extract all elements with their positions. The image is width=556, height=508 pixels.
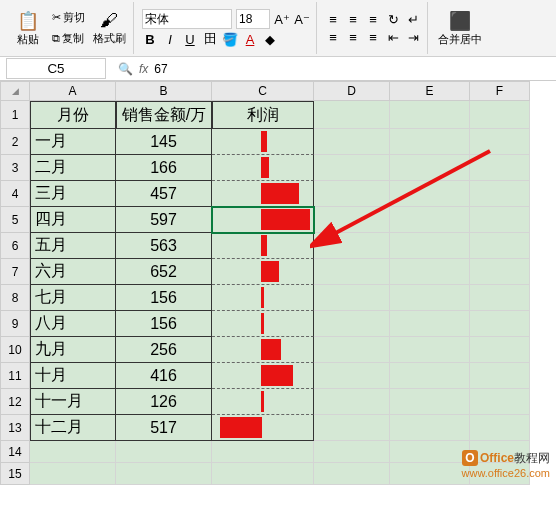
- cell[interactable]: 销售金额/万: [116, 101, 212, 129]
- row-header-4[interactable]: 4: [0, 181, 30, 207]
- cell[interactable]: [212, 181, 314, 207]
- wrap-text-icon[interactable]: ↵: [405, 11, 421, 27]
- cell[interactable]: [470, 101, 530, 129]
- underline-icon[interactable]: U: [182, 31, 198, 47]
- cell[interactable]: [212, 129, 314, 155]
- cell[interactable]: [390, 259, 470, 285]
- border-icon[interactable]: 田: [202, 31, 218, 47]
- cell[interactable]: 利润: [212, 101, 314, 129]
- row-header-9[interactable]: 9: [0, 311, 30, 337]
- row-header-3[interactable]: 3: [0, 155, 30, 181]
- cell[interactable]: [314, 441, 390, 463]
- row-header-12[interactable]: 12: [0, 389, 30, 415]
- row-header-2[interactable]: 2: [0, 129, 30, 155]
- cell[interactable]: [212, 389, 314, 415]
- cell[interactable]: [212, 285, 314, 311]
- row-header-11[interactable]: 11: [0, 363, 30, 389]
- cell[interactable]: 156: [116, 311, 212, 337]
- cell[interactable]: [212, 463, 314, 485]
- cell[interactable]: [314, 415, 390, 441]
- cell[interactable]: [314, 181, 390, 207]
- cell[interactable]: [116, 441, 212, 463]
- cell[interactable]: 145: [116, 129, 212, 155]
- cell[interactable]: 五月: [30, 233, 116, 259]
- col-header-F[interactable]: F: [470, 81, 530, 101]
- cell[interactable]: [390, 181, 470, 207]
- align-right-icon[interactable]: ≡: [365, 29, 381, 45]
- row-header-14[interactable]: 14: [0, 441, 30, 463]
- col-header-E[interactable]: E: [390, 81, 470, 101]
- cell[interactable]: [314, 463, 390, 485]
- cell[interactable]: [390, 233, 470, 259]
- cell[interactable]: [116, 463, 212, 485]
- cell[interactable]: [314, 363, 390, 389]
- cell[interactable]: [314, 101, 390, 129]
- cell[interactable]: 563: [116, 233, 212, 259]
- cell[interactable]: 256: [116, 337, 212, 363]
- cell[interactable]: [212, 233, 314, 259]
- cell[interactable]: 四月: [30, 207, 116, 233]
- cell[interactable]: [314, 233, 390, 259]
- cell[interactable]: [314, 337, 390, 363]
- cell[interactable]: [212, 155, 314, 181]
- cell[interactable]: 126: [116, 389, 212, 415]
- cell[interactable]: 十二月: [30, 415, 116, 441]
- cell[interactable]: [390, 285, 470, 311]
- fill-color-icon[interactable]: 🪣: [222, 31, 238, 47]
- cell[interactable]: [390, 129, 470, 155]
- increase-font-icon[interactable]: A⁺: [274, 11, 290, 27]
- cell[interactable]: [390, 311, 470, 337]
- cell[interactable]: [390, 337, 470, 363]
- row-header-5[interactable]: 5: [0, 207, 30, 233]
- cell[interactable]: [390, 463, 470, 485]
- cut-button[interactable]: ✂剪切: [48, 8, 89, 27]
- cell[interactable]: [470, 155, 530, 181]
- cell[interactable]: [470, 259, 530, 285]
- fx-icon[interactable]: fx: [139, 62, 148, 76]
- cell[interactable]: [470, 285, 530, 311]
- row-header-13[interactable]: 13: [0, 415, 30, 441]
- font-color-icon[interactable]: A: [242, 31, 258, 47]
- cell[interactable]: 597: [116, 207, 212, 233]
- align-middle-icon[interactable]: ≡: [345, 11, 361, 27]
- decrease-font-icon[interactable]: A⁻: [294, 11, 310, 27]
- cell[interactable]: 一月: [30, 129, 116, 155]
- col-header-C[interactable]: C: [212, 81, 314, 101]
- row-header-6[interactable]: 6: [0, 233, 30, 259]
- cell[interactable]: 517: [116, 415, 212, 441]
- search-icon[interactable]: 🔍: [118, 62, 133, 76]
- cell[interactable]: [470, 311, 530, 337]
- cell[interactable]: [390, 441, 470, 463]
- row-header-10[interactable]: 10: [0, 337, 30, 363]
- cell[interactable]: [470, 129, 530, 155]
- font-size-combo[interactable]: [236, 9, 270, 29]
- cell[interactable]: [314, 285, 390, 311]
- col-header-B[interactable]: B: [116, 81, 212, 101]
- name-box[interactable]: [6, 58, 106, 79]
- cell[interactable]: 九月: [30, 337, 116, 363]
- orientation-icon[interactable]: ↻: [385, 11, 401, 27]
- cell[interactable]: [314, 155, 390, 181]
- row-header-8[interactable]: 8: [0, 285, 30, 311]
- row-header-1[interactable]: 1: [0, 101, 30, 129]
- cell[interactable]: [314, 389, 390, 415]
- cell[interactable]: [212, 441, 314, 463]
- bold-icon[interactable]: B: [142, 31, 158, 47]
- cells-area[interactable]: 月份销售金额/万利润一月145二月166三月457四月597五月563六月652…: [30, 101, 556, 485]
- cell[interactable]: [212, 259, 314, 285]
- cell[interactable]: [390, 363, 470, 389]
- cell[interactable]: [470, 337, 530, 363]
- cell[interactable]: 月份: [30, 101, 116, 129]
- format-painter-button[interactable]: 🖌 格式刷: [91, 2, 127, 54]
- col-header-A[interactable]: A: [30, 81, 116, 101]
- cell[interactable]: 156: [116, 285, 212, 311]
- cell[interactable]: [390, 207, 470, 233]
- cell[interactable]: [30, 463, 116, 485]
- cell[interactable]: [314, 311, 390, 337]
- cell[interactable]: [30, 441, 116, 463]
- row-header-7[interactable]: 7: [0, 259, 30, 285]
- cell[interactable]: [470, 363, 530, 389]
- cell[interactable]: [212, 415, 314, 441]
- increase-indent-icon[interactable]: ⇥: [405, 29, 421, 45]
- cell[interactable]: 652: [116, 259, 212, 285]
